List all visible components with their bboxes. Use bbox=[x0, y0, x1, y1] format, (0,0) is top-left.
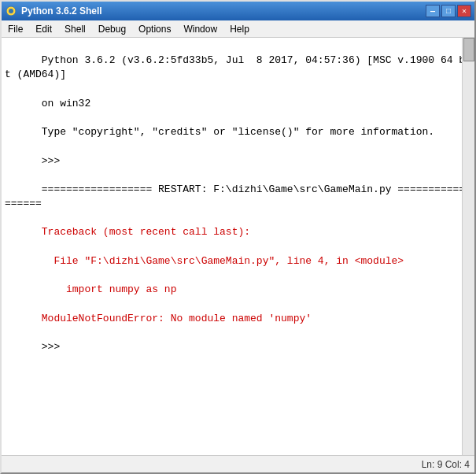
cursor-position: Ln: 9 Col: 4 bbox=[422, 459, 470, 470]
title-buttons: — □ ✕ bbox=[426, 5, 471, 17]
platform-line: on win32 bbox=[42, 98, 90, 109]
python-icon bbox=[5, 5, 17, 17]
python-version-line: Python 3.6.2 (v3.6.2:5fd33b5, Jul 8 2017… bbox=[5, 54, 471, 80]
traceback-import: import numpy as np bbox=[42, 283, 177, 295]
maximize-button[interactable]: □ bbox=[441, 5, 456, 17]
minimize-button[interactable]: — bbox=[426, 5, 440, 17]
menu-options[interactable]: Options bbox=[132, 20, 177, 37]
status-bar: Ln: 9 Col: 4 bbox=[2, 455, 474, 472]
scrollbar[interactable] bbox=[462, 38, 474, 455]
menu-edit[interactable]: Edit bbox=[29, 20, 58, 37]
window-title: Python 3.6.2 Shell bbox=[21, 6, 102, 17]
restart-line: ================== RESTART: F:\dizhi\Gam… bbox=[5, 183, 471, 209]
title-bar: Python 3.6.2 Shell — □ ✕ bbox=[2, 2, 474, 20]
shell-content[interactable]: Python 3.6.2 (v3.6.2:5fd33b5, Jul 8 2017… bbox=[2, 38, 474, 455]
close-button[interactable]: ✕ bbox=[457, 5, 471, 17]
traceback-header: Traceback (most recent call last): bbox=[42, 226, 250, 238]
menu-file[interactable]: File bbox=[2, 20, 29, 37]
menu-window[interactable]: Window bbox=[177, 20, 223, 37]
python-shell-window: Python 3.6.2 Shell — □ ✕ File Edit Shell… bbox=[0, 0, 476, 474]
shell-output: Python 3.6.2 (v3.6.2:5fd33b5, Jul 8 2017… bbox=[5, 39, 471, 368]
traceback-file: File "F:\dizhi\Game\src\GameMain.py", li… bbox=[42, 255, 404, 267]
prompt-line2: >>> bbox=[42, 341, 66, 353]
menu-debug[interactable]: Debug bbox=[92, 20, 132, 37]
menu-help[interactable]: Help bbox=[223, 20, 256, 37]
scrollbar-thumb[interactable] bbox=[463, 38, 474, 61]
title-bar-left: Python 3.6.2 Shell bbox=[5, 5, 102, 17]
svg-point-1 bbox=[9, 9, 13, 13]
info-line: Type "copyright", "credits" or "license(… bbox=[42, 126, 434, 138]
error-message: ModuleNotFoundError: No module named 'nu… bbox=[42, 313, 312, 324]
menu-shell[interactable]: Shell bbox=[58, 20, 92, 37]
prompt-line1: >>> bbox=[42, 155, 66, 167]
menu-bar: File Edit Shell Debug Options Window Hel… bbox=[2, 20, 474, 38]
